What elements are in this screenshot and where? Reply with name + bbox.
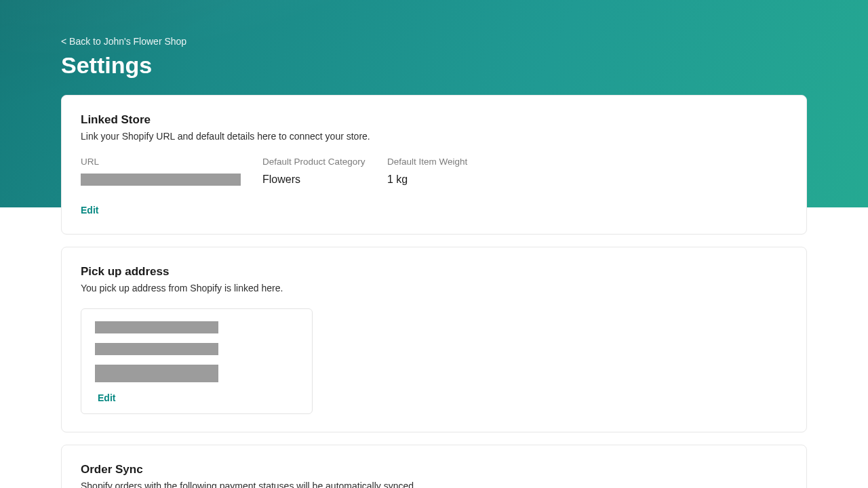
address-line-redacted	[95, 343, 218, 355]
category-label: Default Product Category	[262, 157, 387, 167]
pickup-edit-button[interactable]: Edit	[95, 392, 115, 403]
address-line-redacted	[95, 321, 218, 333]
order-sync-card: Order Sync Shopify orders with the follo…	[61, 445, 807, 488]
pickup-address-lines	[95, 321, 298, 382]
linked-store-title: Linked Store	[81, 113, 787, 127]
pickup-address-box: Edit	[81, 308, 313, 414]
linked-store-edit-button[interactable]: Edit	[81, 205, 98, 216]
linked-store-fields: URL Default Product Category Flowers Def…	[81, 157, 787, 186]
category-value: Flowers	[262, 174, 387, 186]
address-line-redacted	[95, 365, 218, 382]
linked-store-card: Linked Store Link your Shopify URL and d…	[61, 95, 807, 235]
pickup-address-card: Pick up address You pick up address from…	[61, 247, 807, 432]
weight-field: Default Item Weight 1 kg	[387, 157, 512, 186]
page-title: Settings	[61, 52, 807, 79]
url-value-redacted	[81, 174, 241, 186]
weight-value: 1 kg	[387, 174, 512, 186]
back-link[interactable]: < Back to John's Flower Shop	[61, 36, 186, 47]
content-container: < Back to John's Flower Shop Settings Li…	[61, 0, 807, 488]
order-sync-title: Order Sync	[81, 463, 787, 476]
pickup-title: Pick up address	[81, 265, 787, 279]
weight-label: Default Item Weight	[387, 157, 512, 167]
linked-store-desc: Link your Shopify URL and default detail…	[81, 131, 787, 142]
url-field: URL	[81, 157, 262, 186]
pickup-desc: You pick up address from Shopify is link…	[81, 283, 787, 293]
order-sync-desc: Shopify orders with the following paymen…	[81, 481, 787, 488]
url-label: URL	[81, 157, 262, 167]
category-field: Default Product Category Flowers	[262, 157, 387, 186]
